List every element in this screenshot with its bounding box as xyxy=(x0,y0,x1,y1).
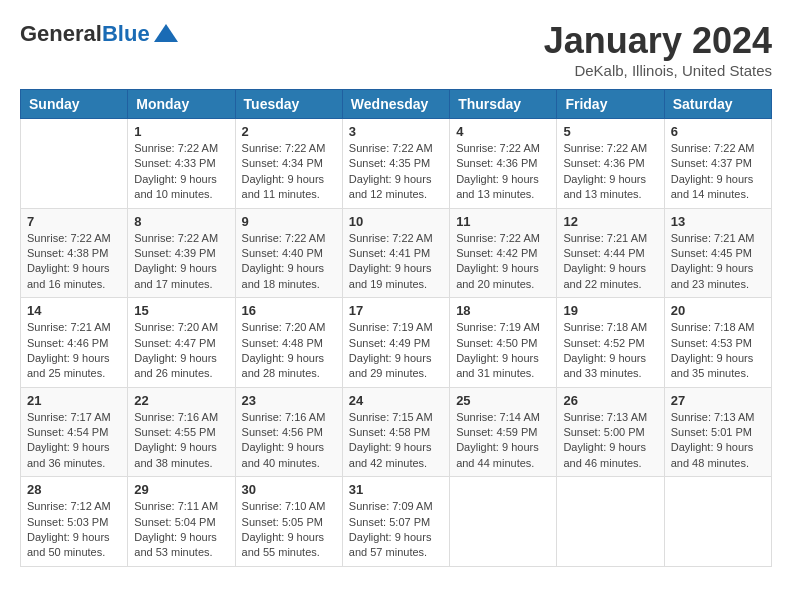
day-info: Sunrise: 7:09 AM Sunset: 5:07 PM Dayligh… xyxy=(349,499,443,561)
day-cell: 10Sunrise: 7:22 AM Sunset: 4:41 PM Dayli… xyxy=(342,208,449,298)
calendar: SundayMondayTuesdayWednesdayThursdayFrid… xyxy=(20,89,772,567)
day-number: 7 xyxy=(27,214,121,229)
column-header-saturday: Saturday xyxy=(664,90,771,119)
day-cell: 2Sunrise: 7:22 AM Sunset: 4:34 PM Daylig… xyxy=(235,119,342,209)
day-cell: 21Sunrise: 7:17 AM Sunset: 4:54 PM Dayli… xyxy=(21,387,128,477)
week-row-1: 1Sunrise: 7:22 AM Sunset: 4:33 PM Daylig… xyxy=(21,119,772,209)
day-cell xyxy=(664,477,771,567)
day-cell xyxy=(557,477,664,567)
week-row-5: 28Sunrise: 7:12 AM Sunset: 5:03 PM Dayli… xyxy=(21,477,772,567)
day-cell: 19Sunrise: 7:18 AM Sunset: 4:52 PM Dayli… xyxy=(557,298,664,388)
day-info: Sunrise: 7:14 AM Sunset: 4:59 PM Dayligh… xyxy=(456,410,550,472)
day-info: Sunrise: 7:15 AM Sunset: 4:58 PM Dayligh… xyxy=(349,410,443,472)
day-number: 20 xyxy=(671,303,765,318)
day-number: 3 xyxy=(349,124,443,139)
subtitle: DeKalb, Illinois, United States xyxy=(544,62,772,79)
day-info: Sunrise: 7:13 AM Sunset: 5:00 PM Dayligh… xyxy=(563,410,657,472)
day-cell: 30Sunrise: 7:10 AM Sunset: 5:05 PM Dayli… xyxy=(235,477,342,567)
logo-icon xyxy=(152,20,180,48)
day-cell: 28Sunrise: 7:12 AM Sunset: 5:03 PM Dayli… xyxy=(21,477,128,567)
day-cell: 9Sunrise: 7:22 AM Sunset: 4:40 PM Daylig… xyxy=(235,208,342,298)
column-header-monday: Monday xyxy=(128,90,235,119)
day-number: 31 xyxy=(349,482,443,497)
week-row-4: 21Sunrise: 7:17 AM Sunset: 4:54 PM Dayli… xyxy=(21,387,772,477)
day-cell: 7Sunrise: 7:22 AM Sunset: 4:38 PM Daylig… xyxy=(21,208,128,298)
day-number: 1 xyxy=(134,124,228,139)
day-number: 6 xyxy=(671,124,765,139)
day-cell: 18Sunrise: 7:19 AM Sunset: 4:50 PM Dayli… xyxy=(450,298,557,388)
day-cell: 27Sunrise: 7:13 AM Sunset: 5:01 PM Dayli… xyxy=(664,387,771,477)
day-info: Sunrise: 7:22 AM Sunset: 4:35 PM Dayligh… xyxy=(349,141,443,203)
day-number: 18 xyxy=(456,303,550,318)
day-number: 28 xyxy=(27,482,121,497)
logo-general: GeneralBlue xyxy=(20,21,150,47)
day-info: Sunrise: 7:10 AM Sunset: 5:05 PM Dayligh… xyxy=(242,499,336,561)
day-number: 2 xyxy=(242,124,336,139)
day-info: Sunrise: 7:22 AM Sunset: 4:34 PM Dayligh… xyxy=(242,141,336,203)
day-info: Sunrise: 7:21 AM Sunset: 4:45 PM Dayligh… xyxy=(671,231,765,293)
day-cell: 15Sunrise: 7:20 AM Sunset: 4:47 PM Dayli… xyxy=(128,298,235,388)
header: GeneralBlue January 2024 DeKalb, Illinoi… xyxy=(20,20,772,79)
calendar-body: 1Sunrise: 7:22 AM Sunset: 4:33 PM Daylig… xyxy=(21,119,772,567)
day-cell: 17Sunrise: 7:19 AM Sunset: 4:49 PM Dayli… xyxy=(342,298,449,388)
day-number: 21 xyxy=(27,393,121,408)
day-info: Sunrise: 7:16 AM Sunset: 4:56 PM Dayligh… xyxy=(242,410,336,472)
day-info: Sunrise: 7:22 AM Sunset: 4:38 PM Dayligh… xyxy=(27,231,121,293)
day-cell: 6Sunrise: 7:22 AM Sunset: 4:37 PM Daylig… xyxy=(664,119,771,209)
day-cell xyxy=(450,477,557,567)
day-number: 14 xyxy=(27,303,121,318)
day-info: Sunrise: 7:22 AM Sunset: 4:36 PM Dayligh… xyxy=(563,141,657,203)
day-cell: 29Sunrise: 7:11 AM Sunset: 5:04 PM Dayli… xyxy=(128,477,235,567)
day-info: Sunrise: 7:17 AM Sunset: 4:54 PM Dayligh… xyxy=(27,410,121,472)
day-info: Sunrise: 7:20 AM Sunset: 4:48 PM Dayligh… xyxy=(242,320,336,382)
day-number: 13 xyxy=(671,214,765,229)
day-info: Sunrise: 7:19 AM Sunset: 4:50 PM Dayligh… xyxy=(456,320,550,382)
day-info: Sunrise: 7:21 AM Sunset: 4:46 PM Dayligh… xyxy=(27,320,121,382)
day-number: 5 xyxy=(563,124,657,139)
day-number: 29 xyxy=(134,482,228,497)
day-info: Sunrise: 7:20 AM Sunset: 4:47 PM Dayligh… xyxy=(134,320,228,382)
day-info: Sunrise: 7:22 AM Sunset: 4:37 PM Dayligh… xyxy=(671,141,765,203)
day-info: Sunrise: 7:19 AM Sunset: 4:49 PM Dayligh… xyxy=(349,320,443,382)
day-number: 30 xyxy=(242,482,336,497)
day-info: Sunrise: 7:18 AM Sunset: 4:52 PM Dayligh… xyxy=(563,320,657,382)
day-cell: 12Sunrise: 7:21 AM Sunset: 4:44 PM Dayli… xyxy=(557,208,664,298)
day-number: 24 xyxy=(349,393,443,408)
day-cell: 26Sunrise: 7:13 AM Sunset: 5:00 PM Dayli… xyxy=(557,387,664,477)
day-number: 11 xyxy=(456,214,550,229)
day-number: 8 xyxy=(134,214,228,229)
column-header-friday: Friday xyxy=(557,90,664,119)
column-header-tuesday: Tuesday xyxy=(235,90,342,119)
day-info: Sunrise: 7:12 AM Sunset: 5:03 PM Dayligh… xyxy=(27,499,121,561)
day-cell: 11Sunrise: 7:22 AM Sunset: 4:42 PM Dayli… xyxy=(450,208,557,298)
day-number: 25 xyxy=(456,393,550,408)
day-cell: 20Sunrise: 7:18 AM Sunset: 4:53 PM Dayli… xyxy=(664,298,771,388)
main-title: January 2024 xyxy=(544,20,772,62)
day-number: 26 xyxy=(563,393,657,408)
day-info: Sunrise: 7:22 AM Sunset: 4:42 PM Dayligh… xyxy=(456,231,550,293)
day-cell: 25Sunrise: 7:14 AM Sunset: 4:59 PM Dayli… xyxy=(450,387,557,477)
day-info: Sunrise: 7:22 AM Sunset: 4:39 PM Dayligh… xyxy=(134,231,228,293)
logo: GeneralBlue xyxy=(20,20,180,48)
day-cell: 5Sunrise: 7:22 AM Sunset: 4:36 PM Daylig… xyxy=(557,119,664,209)
column-header-thursday: Thursday xyxy=(450,90,557,119)
day-cell: 4Sunrise: 7:22 AM Sunset: 4:36 PM Daylig… xyxy=(450,119,557,209)
day-info: Sunrise: 7:22 AM Sunset: 4:33 PM Dayligh… xyxy=(134,141,228,203)
day-cell: 1Sunrise: 7:22 AM Sunset: 4:33 PM Daylig… xyxy=(128,119,235,209)
day-number: 10 xyxy=(349,214,443,229)
week-row-3: 14Sunrise: 7:21 AM Sunset: 4:46 PM Dayli… xyxy=(21,298,772,388)
day-cell: 23Sunrise: 7:16 AM Sunset: 4:56 PM Dayli… xyxy=(235,387,342,477)
day-info: Sunrise: 7:11 AM Sunset: 5:04 PM Dayligh… xyxy=(134,499,228,561)
day-number: 12 xyxy=(563,214,657,229)
title-area: January 2024 DeKalb, Illinois, United St… xyxy=(544,20,772,79)
day-cell: 14Sunrise: 7:21 AM Sunset: 4:46 PM Dayli… xyxy=(21,298,128,388)
day-cell: 3Sunrise: 7:22 AM Sunset: 4:35 PM Daylig… xyxy=(342,119,449,209)
day-cell: 22Sunrise: 7:16 AM Sunset: 4:55 PM Dayli… xyxy=(128,387,235,477)
calendar-header: SundayMondayTuesdayWednesdayThursdayFrid… xyxy=(21,90,772,119)
day-info: Sunrise: 7:16 AM Sunset: 4:55 PM Dayligh… xyxy=(134,410,228,472)
day-cell: 13Sunrise: 7:21 AM Sunset: 4:45 PM Dayli… xyxy=(664,208,771,298)
day-cell xyxy=(21,119,128,209)
day-number: 23 xyxy=(242,393,336,408)
svg-marker-0 xyxy=(154,24,178,42)
day-info: Sunrise: 7:13 AM Sunset: 5:01 PM Dayligh… xyxy=(671,410,765,472)
